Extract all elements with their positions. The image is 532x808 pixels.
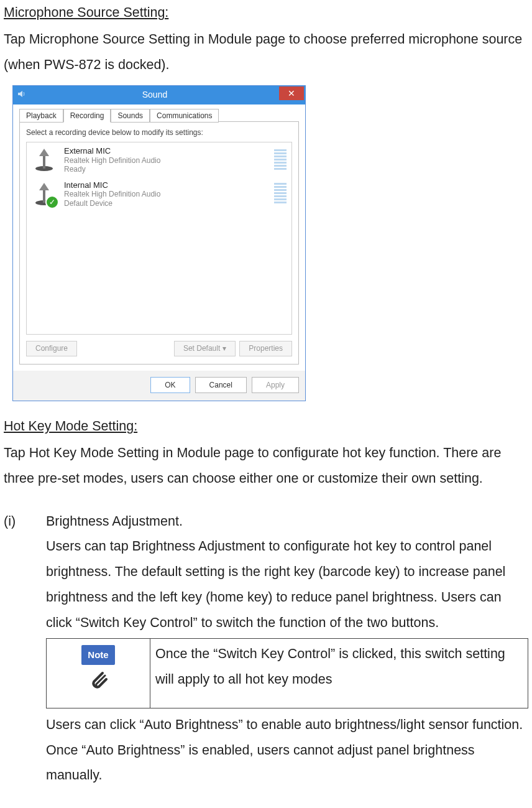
paragraph-microphone-source: Tap Microphone Source Setting in Module …: [4, 27, 528, 78]
check-icon: ✓: [45, 195, 59, 209]
chevron-down-icon: ▾: [222, 344, 226, 353]
tab-communications[interactable]: Communications: [150, 109, 219, 123]
close-button[interactable]: ✕: [279, 86, 304, 100]
list-marker-i: (i): [4, 509, 46, 789]
paragraph-hotkey-mode: Tap Hot Key Mode Setting in Module page …: [4, 440, 528, 491]
svg-rect-1: [43, 155, 45, 169]
set-default-button[interactable]: Set Default▾: [174, 341, 236, 356]
device-item-external-mic[interactable]: External MIC Realtek High Definition Aud…: [28, 145, 290, 179]
device-list[interactable]: External MIC Realtek High Definition Aud…: [26, 142, 292, 335]
sound-dialog-titlebar: Sound ✕: [13, 86, 305, 104]
tab-panel-recording: Select a recording device below to modif…: [19, 121, 299, 365]
svg-marker-5: [39, 183, 49, 190]
device-name: Internal MIC: [64, 180, 268, 190]
cancel-button[interactable]: Cancel: [195, 377, 247, 393]
set-default-label: Set Default: [183, 344, 220, 353]
ok-button[interactable]: OK: [150, 377, 190, 393]
sound-dialog-title: Sound: [30, 90, 279, 100]
tab-playback[interactable]: Playback: [19, 109, 63, 123]
recording-hint: Select a recording device below to modif…: [26, 128, 292, 137]
level-meter: [274, 149, 287, 171]
note-text: Once the “Switch Key Control” is clicked…: [150, 638, 528, 708]
note-badge: Note: [81, 645, 114, 666]
svg-marker-2: [39, 149, 49, 156]
configure-button[interactable]: Configure: [26, 341, 77, 356]
note-table: Note Once the “Switch Key Control” is cl…: [46, 638, 528, 708]
tab-recording[interactable]: Recording: [63, 109, 111, 123]
device-name: External MIC: [64, 146, 268, 156]
properties-button[interactable]: Properties: [239, 341, 292, 356]
device-driver: Realtek High Definition Audio: [64, 156, 268, 165]
apply-button[interactable]: Apply: [252, 377, 299, 393]
item-title-brightness: Brightness Adjustment.: [46, 509, 528, 534]
sound-dialog: Sound ✕ Playback Recording Sounds Commun…: [12, 85, 306, 402]
device-driver: Realtek High Definition Audio: [64, 190, 268, 198]
heading-hotkey-mode: Hot Key Mode Setting:: [4, 414, 137, 439]
microphone-icon: [30, 146, 58, 174]
tab-sounds[interactable]: Sounds: [111, 109, 150, 123]
paragraph-brightness-2: Users can click “Auto Brightness” to ena…: [46, 712, 528, 789]
paragraph-brightness-1: Users can tap Brightness Adjustment to c…: [46, 534, 528, 635]
level-meter: [274, 183, 287, 205]
device-status: Default Device: [64, 199, 268, 208]
paperclip-icon: [84, 667, 112, 695]
tab-strip: Playback Recording Sounds Communications: [19, 108, 299, 122]
device-item-internal-mic[interactable]: ✓ Internal MIC Realtek High Definition A…: [28, 179, 290, 213]
heading-microphone-source: Microphone Source Setting:: [4, 0, 168, 26]
microphone-icon: ✓: [30, 180, 58, 208]
speaker-icon: [13, 89, 30, 101]
device-status: Ready: [64, 165, 268, 174]
